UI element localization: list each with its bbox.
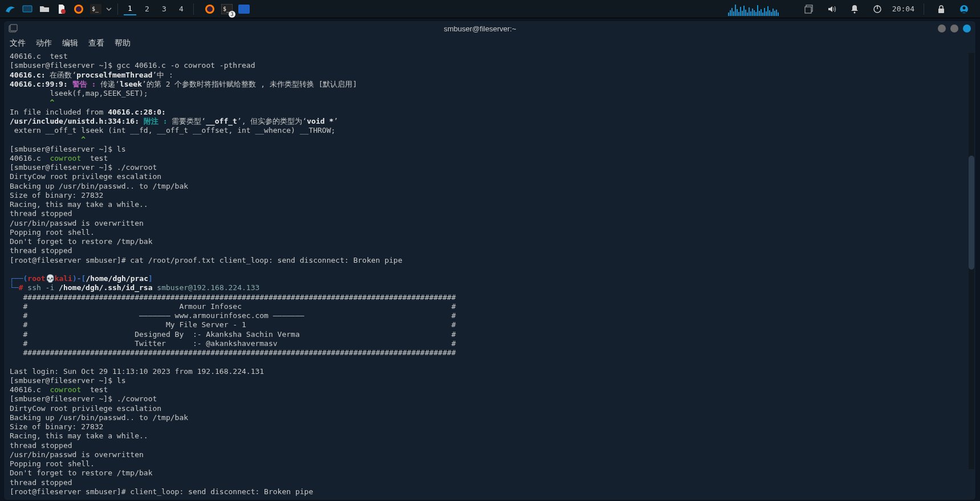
term-line: 40616.c:99:9: 警告 : 传递‘lseek’的第 2 个参数时将指针… [10, 80, 357, 88]
svg-rect-21 [10, 25, 17, 31]
kali-logo-icon[interactable] [2, 1, 18, 17]
term-line: Last login: Sun Oct 29 11:13:10 2023 fro… [10, 367, 264, 376]
term-line: Size of binary: 27832 [10, 422, 103, 431]
power-icon[interactable] [869, 1, 885, 17]
firefox-task-icon[interactable] [202, 1, 218, 17]
kali-prompt-line2: └─# ssh -i /home/dgh/.ssh/id_rsa smbuser… [10, 283, 259, 292]
svg-point-2 [61, 9, 66, 14]
workspace-4[interactable]: 4 [175, 3, 188, 15]
term-line: /usr/bin/passwd is overwritten [10, 450, 144, 459]
notifications-icon[interactable] [847, 1, 863, 17]
term-line: Racing, this may take a while.. [10, 431, 148, 440]
terminal-output[interactable]: 40616.c test [smbuser@fileserver ~]$ gcc… [4, 52, 975, 500]
lock-icon[interactable] [933, 1, 949, 17]
separator [193, 3, 194, 15]
banner-line: # Armour Infosec # [10, 302, 456, 311]
menu-file[interactable]: 文件 [10, 38, 26, 48]
term-line: [root@fileserver smbuser]# cat /root/pro… [10, 256, 402, 264]
task-apps: $_ [202, 1, 253, 17]
term-line: /usr/bin/passwd is overwritten [10, 219, 144, 227]
terminal-task-icon[interactable]: $_ [219, 1, 235, 17]
separator [924, 3, 924, 15]
terminal-window: smbuser@fileserver:~ 文件 动作 编辑 查看 帮助 4061… [3, 21, 976, 500]
clock[interactable]: 20:04 [892, 5, 914, 13]
term-line: thread stopped [10, 478, 72, 487]
workspace-3[interactable]: 3 [158, 3, 170, 15]
close-button[interactable] [963, 25, 971, 32]
menubar: 文件 动作 编辑 查看 帮助 [4, 36, 975, 52]
workspaces: 1 2 3 4 [121, 3, 190, 15]
volume-icon[interactable] [824, 1, 840, 17]
scrollbar-thumb[interactable] [969, 156, 974, 270]
banner-line: # My File Server - 1 # [10, 320, 456, 329]
term-line: Popping root shell. [10, 459, 95, 468]
term-line: lseek(f,map,SEEK_SET); [10, 89, 148, 97]
kali-prompt-line1: ┌──(root💀kali)-[/home/dgh/prac] [10, 274, 153, 283]
term-line: Backing up /usr/bin/passwd.. to /tmp/bak [10, 413, 188, 422]
term-line: 40616.c cowroot test [10, 154, 108, 162]
dropdown-icon[interactable] [105, 1, 113, 17]
svg-rect-0 [23, 6, 32, 12]
term-line: [smbuser@fileserver ~]$ ls [10, 376, 126, 385]
term-line: 40616.c cowroot test [10, 385, 108, 394]
term-line: Size of binary: 27832 [10, 191, 103, 199]
app-task-icon[interactable] [236, 1, 252, 17]
separator [117, 3, 118, 15]
term-line: [smbuser@fileserver ~]$ gcc 40616.c -o c… [10, 61, 255, 70]
svg-rect-13 [805, 7, 811, 13]
launchers: $_ [2, 1, 114, 17]
term-line: [smbuser@fileserver ~]$ ./cowroot [10, 163, 157, 172]
firefox-icon[interactable] [71, 1, 87, 17]
term-line: ^ [10, 98, 54, 107]
workspace-2[interactable]: 2 [141, 3, 153, 15]
term-line: thread stopped [10, 246, 72, 255]
term-line: 40616.c test [10, 52, 68, 60]
term-line: [smbuser@fileserver ~]$ ls [10, 145, 126, 153]
new-tab-icon[interactable] [9, 24, 18, 33]
minimize-button[interactable] [938, 25, 946, 32]
term-line: 40616.c: 在函数‘procselfmemThread’中 : [10, 71, 173, 79]
maximize-button[interactable] [950, 25, 958, 32]
term-line: Popping root shell. [10, 228, 95, 237]
banner-line: ########################################… [10, 293, 456, 302]
menu-view[interactable]: 查看 [88, 38, 104, 48]
term-line: Racing, this may take a while.. [10, 200, 148, 209]
scrollbar[interactable] [969, 53, 974, 469]
titlebar[interactable]: smbuser@fileserver:~ [4, 21, 975, 36]
session-icon[interactable] [956, 1, 972, 17]
banner-line: ########################################… [10, 348, 456, 357]
term-line: [smbuser@fileserver ~]$ ./cowroot [10, 394, 157, 403]
window-restore-icon[interactable] [801, 1, 817, 17]
term-line: Don't forget to restore /tmp/bak [10, 237, 152, 246]
workspace-1[interactable]: 1 [124, 3, 136, 15]
term-line: extern __off_t lseek (int __fd, __off_t … [10, 126, 335, 135]
svg-rect-17 [938, 9, 944, 13]
terminal-launcher-icon[interactable]: $_ [88, 1, 104, 17]
menu-edit[interactable]: 编辑 [62, 38, 78, 48]
term-line: DirtyCow root privilege escalation [10, 404, 161, 413]
banner-line: # ——————— www.armourinfosec.com ——————— … [10, 311, 456, 320]
svg-point-4 [76, 6, 82, 12]
term-line: Don't forget to restore /tmp/bak [10, 469, 152, 477]
term-line: In file included from 40616.c:28:0: [10, 108, 166, 116]
svg-point-14 [853, 11, 855, 13]
banner-line: # Twitter :- @akankshavermasv # [10, 339, 456, 348]
term-line: ^ [10, 135, 86, 144]
menu-actions[interactable]: 动作 [36, 38, 52, 48]
doc-icon[interactable] [54, 1, 70, 17]
term-line: thread stopped [10, 441, 72, 450]
cpu-graph[interactable] [727, 2, 795, 16]
svg-text:$_: $_ [223, 6, 230, 13]
system-tray: 20:04 [727, 1, 978, 17]
term-line: Backing up /usr/bin/passwd.. to /tmp/bak [10, 182, 188, 190]
banner-line: # Designed By :- Akanksha Sachin Verma # [10, 330, 456, 339]
term-line: thread stopped [10, 209, 72, 218]
term-line: DirtyCow root privilege escalation [10, 172, 161, 181]
menu-help[interactable]: 帮助 [115, 38, 131, 48]
svg-rect-11 [238, 5, 250, 14]
taskbar: $_ 1 2 3 4 $_ [0, 0, 980, 18]
files-icon[interactable] [36, 1, 52, 17]
show-desktop-icon[interactable] [19, 1, 35, 17]
svg-point-19 [963, 6, 966, 9]
window-title: smbuser@fileserver:~ [22, 25, 938, 33]
